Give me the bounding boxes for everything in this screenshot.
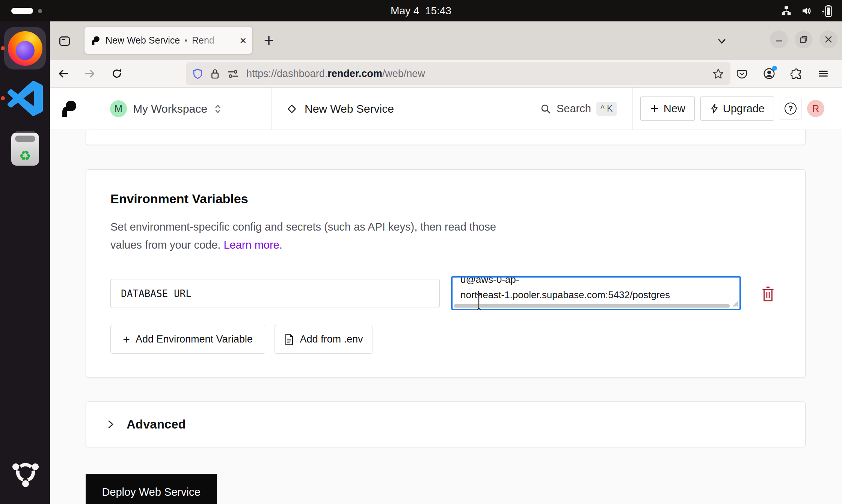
system-tray[interactable] [780, 0, 833, 21]
lightning-icon [710, 103, 719, 114]
new-button[interactable]: New [640, 97, 695, 121]
service-diamond-icon [286, 103, 298, 115]
section-description: Set environment-specific config and secr… [110, 218, 496, 254]
env-value-text: u@aws-0-ap- northeast-1.pooler.supabase.… [460, 278, 732, 303]
url-text[interactable]: https://dashboard.render.com/web/new [246, 68, 706, 80]
menu-icon[interactable] [817, 68, 829, 80]
tab-close-icon[interactable]: × [240, 35, 246, 46]
url-bar[interactable]: https://dashboard.render.com/web/new [186, 62, 730, 85]
section-title: Environment Variables [110, 192, 248, 206]
new-tab-button[interactable]: + [259, 30, 279, 51]
delete-variable-button[interactable] [760, 285, 776, 303]
dashboard-header: M My Workspace New Web Service [50, 88, 842, 130]
header-divider [271, 88, 272, 130]
search-button[interactable]: Search ^ K [540, 88, 617, 130]
env-file-icon [284, 333, 294, 346]
forward-icon [84, 67, 97, 80]
show-apps-button[interactable] [9, 456, 42, 489]
header-divider [94, 88, 94, 130]
search-label: Search [557, 103, 591, 115]
restore-icon [800, 35, 808, 44]
add-environment-variable-button[interactable]: + Add Environment Variable [110, 325, 265, 354]
bookmark-star-icon[interactable] [712, 68, 724, 80]
back-icon [57, 67, 69, 80]
account-button[interactable] [763, 67, 776, 80]
firefox-view-icon [58, 34, 71, 48]
workspace-switcher[interactable]: M My Workspace [110, 88, 222, 130]
screen: May 4 15:43 [0, 0, 842, 504]
recycle-icon: ♻ [19, 149, 31, 163]
window-restore-button[interactable] [795, 30, 813, 48]
chevron-up-down-icon [213, 103, 222, 115]
list-all-tabs-button[interactable] [715, 35, 728, 48]
resize-handle-icon[interactable] [732, 300, 738, 307]
chevron-right-icon [106, 419, 115, 430]
browser-toolbar: https://dashboard.render.com/web/new [50, 60, 842, 88]
battery-charging-icon [821, 5, 833, 17]
reload-button[interactable] [111, 68, 123, 80]
workspace-name: My Workspace [133, 103, 207, 115]
user-avatar[interactable]: R [807, 100, 824, 117]
environment-variables-card: Environment Variables Set environment-sp… [86, 169, 806, 378]
textarea-scrollbar[interactable] [454, 304, 730, 308]
tab-strip: New Web Service • Rend × + [50, 21, 842, 60]
help-button[interactable]: ? [780, 98, 801, 119]
firefox-running-dot [1, 46, 5, 50]
minimize-icon [775, 35, 783, 44]
text-cursor [476, 294, 482, 310]
system-top-bar: May 4 15:43 [0, 0, 842, 21]
upgrade-button[interactable]: Upgrade [700, 97, 774, 121]
advanced-title: Advanced [127, 417, 186, 432]
learn-more-link[interactable]: Learn more. [223, 239, 282, 251]
dock-firefox[interactable] [4, 27, 46, 69]
network-icon [780, 5, 792, 17]
trash-lid [15, 136, 35, 142]
back-button[interactable] [57, 67, 69, 80]
env-value-textarea[interactable]: u@aws-0-ap- northeast-1.pooler.supabase.… [451, 276, 741, 310]
firefox-icon [8, 31, 42, 66]
page-title: New Web Service [305, 103, 394, 115]
help-icon: ? [785, 103, 797, 115]
trash-icon [761, 286, 775, 302]
plus-icon: + [123, 333, 130, 346]
page-content: Environment Variables Set environment-sp… [50, 130, 842, 504]
pocket-icon[interactable] [736, 68, 748, 80]
vscode-running-dot [1, 96, 5, 100]
env-key-input[interactable] [110, 279, 440, 308]
window-close-button[interactable] [819, 30, 837, 48]
tracking-shield-icon[interactable] [192, 68, 204, 80]
deploy-web-service-button[interactable]: Deploy Web Service [86, 474, 217, 504]
advanced-section[interactable]: Advanced [86, 401, 806, 447]
search-icon [540, 103, 551, 115]
permissions-icon[interactable] [226, 68, 240, 80]
tab-title: New Web Service • Rend [100, 35, 226, 46]
close-icon [824, 35, 833, 44]
dock-trash[interactable]: ♻ [11, 133, 39, 166]
system-clock[interactable]: May 4 15:43 [0, 0, 842, 21]
workspace-avatar: M [110, 100, 127, 117]
firefox-window: New Web Service • Rend × + [50, 21, 842, 504]
page-title-group: New Web Service [286, 88, 394, 130]
lock-icon[interactable] [210, 68, 220, 80]
previous-card-bottom [86, 130, 806, 145]
render-logo[interactable] [60, 98, 78, 119]
render-favicon [91, 36, 100, 45]
plus-icon [650, 104, 659, 113]
search-shortcut-badge: ^ K [596, 102, 617, 116]
account-notification-dot [772, 66, 777, 71]
chevron-down-icon [715, 35, 728, 48]
browser-tab[interactable]: New Web Service • Rend × [85, 27, 252, 54]
firefox-view-button[interactable] [56, 32, 73, 50]
volume-icon [801, 5, 812, 17]
window-minimize-button[interactable] [770, 30, 788, 48]
vscode-icon [8, 81, 43, 116]
dock-divider [16, 131, 35, 132]
header-divider [632, 88, 633, 130]
reload-icon [111, 68, 123, 80]
extensions-icon[interactable] [791, 68, 802, 80]
forward-button[interactable] [84, 67, 97, 80]
dock-vscode[interactable] [8, 81, 43, 116]
dock: ♻ [0, 21, 50, 504]
add-from-env-button[interactable]: Add from .env [275, 325, 373, 354]
